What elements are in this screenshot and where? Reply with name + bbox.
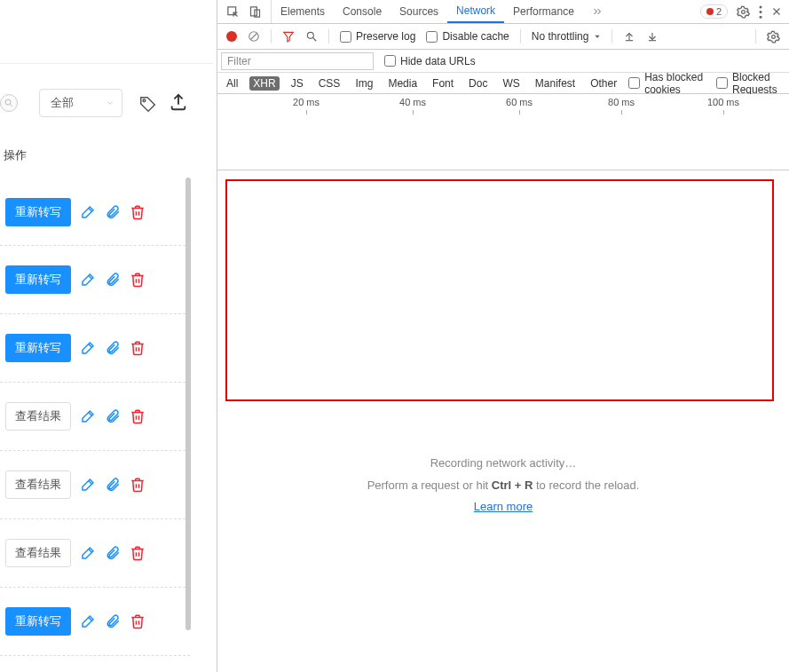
type-filter-css[interactable]: CSS xyxy=(315,76,344,91)
type-filter-media[interactable]: Media xyxy=(384,76,421,91)
type-filter-js[interactable]: JS xyxy=(288,76,307,91)
timeline-tick: 60 ms xyxy=(506,97,533,107)
view-result-button[interactable]: 查看结果 xyxy=(5,402,71,431)
edit-icon[interactable] xyxy=(80,477,96,493)
edit-icon[interactable] xyxy=(80,613,96,629)
download-har-icon[interactable] xyxy=(646,30,659,43)
network-timeline[interactable]: 20 ms40 ms60 ms80 ms100 ms xyxy=(217,94,789,170)
svg-rect-11 xyxy=(251,6,257,15)
filter-funnel-icon[interactable] xyxy=(282,30,295,43)
device-toggle-icon[interactable] xyxy=(249,5,262,19)
svg-point-2 xyxy=(143,99,146,102)
type-filter-manifest[interactable]: Manifest xyxy=(532,76,579,91)
rewrite-button[interactable]: 重新转写 xyxy=(5,334,71,362)
tab-performance[interactable]: Performance xyxy=(504,0,583,23)
type-filter-xhr[interactable]: XHR xyxy=(249,76,279,91)
delete-icon[interactable] xyxy=(130,204,146,220)
devtools-panel: Elements Console Sources Network Perform… xyxy=(217,0,789,672)
ops-header: 操作 xyxy=(0,138,27,173)
type-filter-font[interactable]: Font xyxy=(429,76,457,91)
rewrite-button[interactable]: 重新转写 xyxy=(5,198,71,226)
tab-network[interactable]: Network xyxy=(447,0,504,23)
inspect-element-icon[interactable] xyxy=(226,5,240,19)
error-badge[interactable]: 2 xyxy=(700,4,728,19)
edit-icon[interactable] xyxy=(80,545,96,561)
attachment-icon[interactable] xyxy=(105,545,121,561)
export-icon[interactable] xyxy=(169,92,188,112)
gear-icon[interactable] xyxy=(767,30,780,43)
edit-icon[interactable] xyxy=(80,408,96,424)
action-rows: 重新转写重新转写重新转写查看结果查看结果查看结果重新转写 xyxy=(0,178,190,656)
learn-more-link[interactable]: Learn more xyxy=(474,500,533,513)
svg-point-13 xyxy=(742,10,746,13)
filter-input[interactable]: Filter xyxy=(221,52,374,70)
tab-elements[interactable]: Elements xyxy=(272,0,334,23)
preserve-log-checkbox[interactable]: Preserve log xyxy=(340,30,415,43)
timeline-tick: 100 ms xyxy=(707,97,739,107)
rewrite-button[interactable]: 重新转写 xyxy=(5,265,71,294)
tab-sources[interactable]: Sources xyxy=(391,0,447,23)
type-filter-all[interactable]: All xyxy=(223,76,241,91)
svg-point-0 xyxy=(5,99,11,105)
timeline-tick: 80 ms xyxy=(608,97,635,107)
view-result-button[interactable]: 查看结果 xyxy=(5,470,71,499)
attachment-icon[interactable] xyxy=(105,204,121,220)
recording-line-2: Perform a request or hit Ctrl + R to rec… xyxy=(217,475,789,497)
record-icon[interactable] xyxy=(226,31,237,42)
scrollbar-thumb[interactable] xyxy=(185,178,191,630)
blocked-requests-checkbox[interactable]: Blocked Requests xyxy=(716,71,784,96)
attachment-icon[interactable] xyxy=(105,408,121,424)
upload-har-icon[interactable] xyxy=(623,30,635,43)
delete-icon[interactable] xyxy=(130,408,146,424)
svg-line-23 xyxy=(313,38,317,42)
attachment-icon[interactable] xyxy=(105,477,121,493)
separator xyxy=(271,29,272,43)
view-result-button[interactable]: 查看结果 xyxy=(5,539,71,567)
attachment-icon[interactable] xyxy=(105,340,121,356)
delete-icon[interactable] xyxy=(130,340,146,356)
filter-bar: Filter Hide data URLs xyxy=(217,50,789,73)
separator xyxy=(611,29,612,43)
throttling-select[interactable]: No throttling xyxy=(532,30,602,43)
svg-point-16 xyxy=(760,15,762,18)
type-filter-img[interactable]: Img xyxy=(351,76,376,91)
attachment-icon[interactable] xyxy=(105,613,121,629)
delete-icon[interactable] xyxy=(130,613,146,629)
rewrite-button[interactable]: 重新转写 xyxy=(5,607,71,636)
search-icon[interactable] xyxy=(305,30,318,43)
timeline-tick: 20 ms xyxy=(293,97,320,107)
delete-icon[interactable] xyxy=(130,545,146,561)
filter-select-value: 全部 xyxy=(51,95,74,111)
edit-icon[interactable] xyxy=(80,272,96,288)
action-row: 查看结果 xyxy=(0,383,190,451)
type-filter-doc[interactable]: Doc xyxy=(465,76,491,91)
hide-data-urls-checkbox[interactable]: Hide data URLs xyxy=(384,55,476,67)
delete-icon[interactable] xyxy=(130,272,146,288)
close-icon[interactable] xyxy=(771,6,782,17)
clear-icon[interactable] xyxy=(248,30,260,43)
action-row: 查看结果 xyxy=(0,451,190,519)
attachment-icon[interactable] xyxy=(105,272,121,288)
kebab-menu-icon[interactable] xyxy=(759,5,762,19)
action-row: 重新转写 xyxy=(0,588,190,656)
edit-icon[interactable] xyxy=(80,340,96,356)
disable-cache-checkbox[interactable]: Disable cache xyxy=(426,30,509,43)
delete-icon[interactable] xyxy=(130,477,146,493)
action-row: 重新转写 xyxy=(0,246,190,314)
type-filter-ws[interactable]: WS xyxy=(499,76,523,91)
gear-icon[interactable] xyxy=(737,5,750,19)
action-row: 查看结果 xyxy=(0,519,190,588)
edit-icon[interactable] xyxy=(80,204,96,220)
more-tabs-icon[interactable] xyxy=(583,0,611,23)
separator xyxy=(328,29,329,43)
has-blocked-cookies-checkbox[interactable]: Has blocked cookies xyxy=(628,71,704,96)
top-strip xyxy=(0,0,213,64)
error-dot-icon xyxy=(706,8,714,15)
tab-console[interactable]: Console xyxy=(334,0,391,23)
annotation-box xyxy=(225,179,774,401)
search-icon[interactable] xyxy=(0,94,18,112)
type-filter-other[interactable]: Other xyxy=(587,76,620,91)
filter-select[interactable]: 全部 xyxy=(39,89,122,117)
svg-marker-21 xyxy=(284,32,294,42)
tag-icon[interactable] xyxy=(138,94,158,114)
